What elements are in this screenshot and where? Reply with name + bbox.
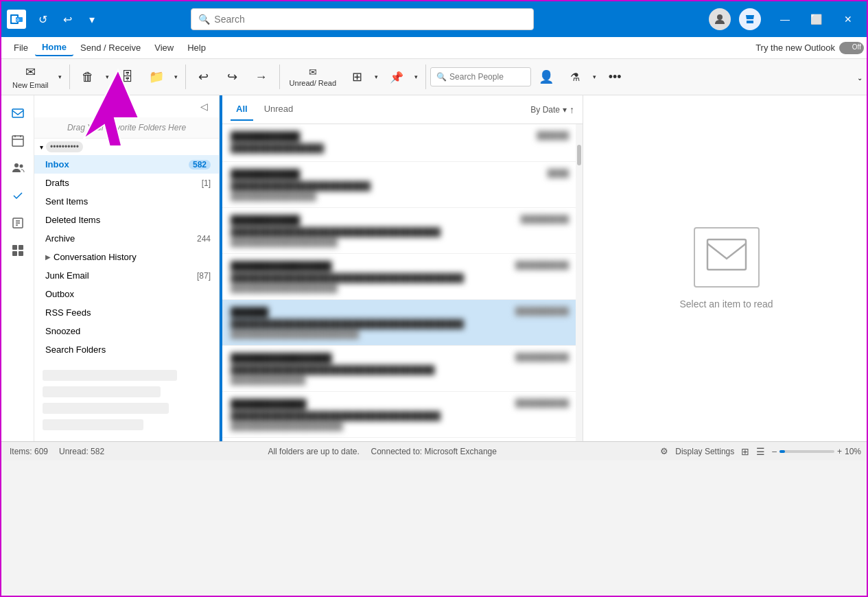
filter-btn[interactable]: ⚗: [561, 68, 589, 86]
zoom-control: – + 10%: [772, 447, 861, 456]
email-item[interactable]: ██████ █████████████████████████████████…: [222, 300, 576, 346]
filter-dropdown[interactable]: ▾: [589, 71, 600, 83]
folder-deleted-label: Deleted Items: [45, 215, 211, 225]
display-settings-btn[interactable]: Display Settings: [675, 447, 734, 456]
delete-group: 🗑 ▾: [74, 67, 113, 87]
folder-outbox[interactable]: Outbox: [34, 285, 219, 303]
close-btn[interactable]: ✕: [832, 8, 864, 30]
folder-sent-label: Sent Items: [45, 196, 211, 207]
nav-apps[interactable]: [5, 238, 30, 263]
folder-snoozed[interactable]: Snoozed: [34, 322, 219, 340]
move-icon: 📁: [149, 69, 164, 84]
search-people-input[interactable]: [449, 72, 525, 82]
sort-controls[interactable]: By Date ▾ ↑: [530, 104, 574, 115]
folder-sent[interactable]: Sent Items: [34, 192, 219, 211]
email-item[interactable]: ███████████ ████████████████████████████…: [222, 208, 576, 254]
email-item[interactable]: ███████████ ████████████████████████ ███…: [222, 162, 576, 208]
window-controls: — ⬜ ✕: [769, 8, 864, 30]
rules-dropdown[interactable]: ▾: [410, 71, 421, 83]
more-options-btn[interactable]: •••: [601, 67, 629, 87]
move-btn[interactable]: 📁: [143, 67, 170, 87]
store-icon[interactable]: [739, 8, 761, 30]
view-mode-icon2[interactable]: ☰: [756, 446, 765, 457]
menu-home[interactable]: Home: [35, 39, 73, 56]
nav-people[interactable]: [5, 156, 30, 180]
account-avatar[interactable]: [709, 8, 731, 30]
menu-file[interactable]: File: [7, 40, 35, 56]
search-container: 🔍: [191, 8, 534, 30]
forward-btn[interactable]: →: [248, 67, 275, 87]
svg-rect-7: [12, 136, 23, 146]
email-subject: ████████████████████████: [231, 181, 567, 191]
maximize-btn[interactable]: ⬜: [801, 8, 832, 30]
folder-archive[interactable]: Archive 244: [34, 229, 219, 248]
outlook-logo: O: [7, 10, 26, 29]
folder-deleted[interactable]: Deleted Items: [34, 211, 219, 229]
sort-direction-icon[interactable]: ↑: [570, 104, 574, 115]
nav-notes[interactable]: [5, 211, 30, 235]
tab-all[interactable]: All: [231, 98, 253, 121]
email-item[interactable]: ████████████ ███████████████████████████…: [222, 392, 576, 438]
sidebar-collapse-btn[interactable]: ◁: [195, 98, 213, 115]
menu-help[interactable]: Help: [180, 40, 213, 56]
archive-btn[interactable]: 🗄: [114, 67, 141, 87]
email-item[interactable]: ████████████████ ███████████████████████…: [222, 346, 576, 392]
delete-btn[interactable]: 🗑: [74, 67, 102, 87]
sort-dropdown-icon: ▾: [563, 105, 567, 115]
zoom-out-btn[interactable]: –: [772, 447, 777, 456]
folder-account[interactable]: ▾ ••••••••••: [34, 139, 219, 155]
search-input[interactable]: [214, 14, 526, 25]
unread-read-btn[interactable]: ✉ Unread/ Read: [284, 64, 342, 90]
nav-calendar[interactable]: [5, 128, 30, 153]
email-preview: ████████████████: [231, 192, 567, 200]
zoom-bar[interactable]: [779, 450, 834, 453]
folder-rss[interactable]: RSS Feeds: [34, 303, 219, 322]
folder-conversation-history[interactable]: ▶ Conversation History: [34, 248, 219, 266]
zoom-in-btn[interactable]: +: [837, 447, 842, 456]
email-list-scroll[interactable]: ███████████ ████████████████ ██████ ████…: [222, 124, 583, 441]
categorize-dropdown[interactable]: ▾: [371, 71, 382, 83]
undo-action-btn[interactable]: ↩: [190, 67, 218, 87]
sync-status: All folders are up to date. Connected to…: [115, 447, 649, 456]
toolbar-right-chevron: ⌄: [856, 72, 864, 82]
delete-dropdown[interactable]: ▾: [102, 71, 113, 83]
menu-view[interactable]: View: [148, 40, 180, 56]
tab-unread[interactable]: Unread: [259, 98, 299, 121]
email-time: ██████████: [515, 261, 569, 269]
categorize-group: ⊞ ▾: [343, 67, 382, 87]
email-item[interactable]: ████████████████ ███████████████████████…: [222, 254, 576, 300]
svg-rect-21: [707, 239, 746, 270]
folder-search[interactable]: Search Folders: [34, 340, 219, 359]
rules-btn[interactable]: 📌: [383, 68, 410, 86]
filter-group: ⚗ ▾: [561, 68, 600, 86]
minimize-btn[interactable]: —: [769, 8, 801, 30]
svg-point-5: [717, 14, 723, 20]
svg-point-12: [19, 165, 23, 168]
nav-mail[interactable]: [5, 101, 30, 126]
folder-inbox[interactable]: Inbox 582: [34, 155, 219, 174]
items-count: Items: 609: [10, 447, 48, 456]
toggle-new-outlook[interactable]: [839, 42, 864, 54]
undo-icon: ↩: [198, 69, 209, 84]
scrollbar[interactable]: [576, 124, 583, 441]
contact-card-btn[interactable]: 👤: [532, 67, 560, 87]
refresh-btn[interactable]: ↺: [33, 10, 52, 29]
new-email-dropdown[interactable]: ▾: [54, 71, 65, 83]
folder-junk[interactable]: Junk Email [87]: [34, 266, 219, 285]
filter-icon: ⚗: [570, 71, 580, 84]
new-email-btn[interactable]: ✉ New Email: [7, 62, 54, 92]
customize-btn[interactable]: ▾: [82, 10, 102, 29]
collapse-toolbar-icon[interactable]: ⌄: [856, 73, 864, 83]
folder-drafts[interactable]: Drafts [1]: [34, 174, 219, 192]
redo-action-btn[interactable]: ↪: [219, 67, 246, 87]
move-dropdown[interactable]: ▾: [170, 71, 181, 83]
move-dropdown-icon: ▾: [174, 73, 178, 80]
categorize-btn[interactable]: ⊞: [343, 67, 371, 87]
undo-btn[interactable]: ↩: [58, 10, 77, 29]
nav-tasks[interactable]: [5, 183, 30, 208]
reading-pane: Select an item to read: [583, 95, 868, 441]
view-mode-icon1[interactable]: ⊞: [741, 446, 749, 457]
menu-send-receive[interactable]: Send / Receive: [73, 40, 148, 56]
email-time: ████: [548, 169, 569, 177]
email-item[interactable]: ███████████ ████████████████ ██████: [222, 124, 576, 162]
